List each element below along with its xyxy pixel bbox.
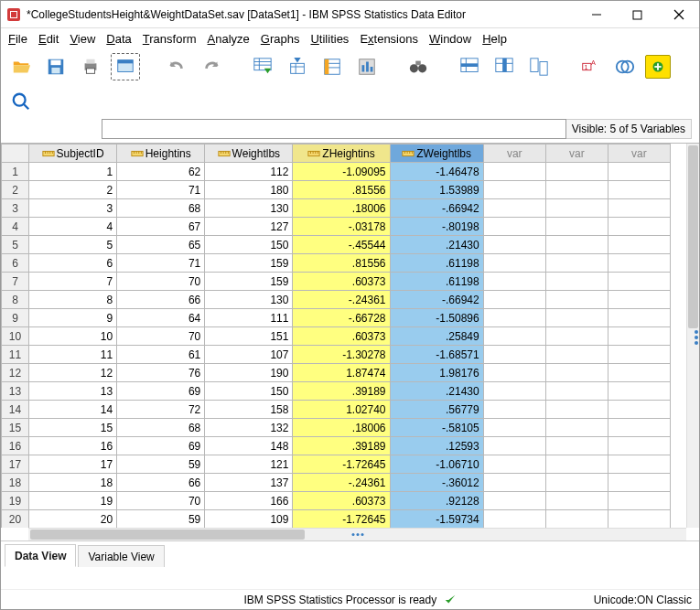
cell-empty[interactable] <box>545 346 608 364</box>
cell[interactable]: -.66942 <box>390 199 483 218</box>
cell[interactable]: 190 <box>205 364 293 382</box>
cell[interactable]: .60373 <box>293 492 390 510</box>
menu-graphs[interactable]: Graphs <box>261 32 300 46</box>
cell-empty[interactable] <box>608 474 670 492</box>
cell-empty[interactable] <box>608 309 670 327</box>
cell[interactable]: 16 <box>29 437 117 455</box>
cell-empty[interactable] <box>483 401 545 419</box>
column-header-weightlbs[interactable]: Weightlbs <box>205 144 293 163</box>
cell-empty[interactable] <box>608 291 670 309</box>
cell[interactable]: -1.72645 <box>293 510 390 529</box>
cell-empty[interactable] <box>608 510 670 529</box>
row-header[interactable]: 15 <box>2 419 29 437</box>
column-header-heightins[interactable]: Heightins <box>117 144 205 163</box>
cell-empty[interactable] <box>545 437 608 455</box>
cell[interactable]: 11 <box>29 346 117 364</box>
find-button[interactable] <box>404 53 433 80</box>
cell[interactable]: 159 <box>205 273 293 291</box>
cell-empty[interactable] <box>545 181 608 199</box>
cell[interactable]: 19 <box>29 492 117 510</box>
cell[interactable]: 15 <box>29 419 117 437</box>
cell[interactable]: .81556 <box>293 254 390 273</box>
cell-empty[interactable] <box>483 492 545 510</box>
cell[interactable]: .25849 <box>390 327 483 346</box>
cell-empty[interactable] <box>608 254 670 273</box>
row-header[interactable]: 18 <box>2 474 29 492</box>
variables-button[interactable] <box>318 53 347 80</box>
cell[interactable]: -1.68571 <box>390 346 483 364</box>
cell[interactable]: .56779 <box>390 401 483 419</box>
cell-empty[interactable] <box>545 218 608 236</box>
cell[interactable]: .18006 <box>293 419 390 437</box>
cell[interactable]: 151 <box>205 327 293 346</box>
cell[interactable]: 64 <box>117 309 205 327</box>
cell[interactable]: -.24361 <box>293 474 390 492</box>
cell[interactable]: .92128 <box>390 492 483 510</box>
row-header[interactable]: 7 <box>2 273 29 291</box>
cell-empty[interactable] <box>608 455 670 474</box>
cell-empty[interactable] <box>483 474 545 492</box>
cell-empty[interactable] <box>545 254 608 273</box>
cell[interactable]: -.80198 <box>390 218 483 236</box>
cell-empty[interactable] <box>545 364 608 382</box>
cell[interactable]: -1.30278 <box>293 346 390 364</box>
menu-extensions[interactable]: Extensions <box>360 32 418 46</box>
cell[interactable]: 14 <box>29 401 117 419</box>
menu-edit[interactable]: Edit <box>38 32 59 46</box>
cell[interactable]: .21430 <box>390 382 483 401</box>
cell-empty[interactable] <box>608 419 670 437</box>
cell[interactable]: 66 <box>117 474 205 492</box>
cell[interactable]: -1.59734 <box>390 510 483 529</box>
cell-empty[interactable] <box>483 382 545 401</box>
column-header-empty[interactable]: var <box>545 144 608 163</box>
print-button[interactable] <box>76 53 105 80</box>
cell-empty[interactable] <box>545 309 608 327</box>
search-button[interactable] <box>6 88 36 115</box>
menu-help[interactable]: Help <box>482 32 507 46</box>
cell[interactable]: 1.02740 <box>293 401 390 419</box>
menu-transform[interactable]: Transform <box>143 32 197 46</box>
cell[interactable]: 5 <box>29 236 117 254</box>
cell[interactable]: 61 <box>117 346 205 364</box>
cell[interactable]: .60373 <box>293 327 390 346</box>
cell[interactable]: 1 <box>29 163 117 181</box>
cell[interactable]: -1.72645 <box>293 455 390 474</box>
cell[interactable]: 109 <box>205 510 293 529</box>
cell[interactable]: .18006 <box>293 199 390 218</box>
cell-empty[interactable] <box>483 236 545 254</box>
cell[interactable]: 137 <box>205 474 293 492</box>
cell[interactable]: 111 <box>205 309 293 327</box>
cell-empty[interactable] <box>545 510 608 529</box>
row-header[interactable]: 9 <box>2 309 29 327</box>
undo-button[interactable] <box>162 53 191 80</box>
row-header[interactable]: 14 <box>2 401 29 419</box>
menu-data[interactable]: Data <box>106 32 131 46</box>
column-header-zweightlbs[interactable]: ZWeightlbs <box>390 144 483 163</box>
cell-empty[interactable] <box>483 455 545 474</box>
insert-variable-button[interactable] <box>490 53 519 80</box>
cell-empty[interactable] <box>483 437 545 455</box>
cell[interactable]: -1.46478 <box>390 163 483 181</box>
cell-empty[interactable] <box>483 291 545 309</box>
cell[interactable]: 71 <box>117 181 205 199</box>
cell-empty[interactable] <box>545 419 608 437</box>
row-header[interactable]: 16 <box>2 437 29 455</box>
cell[interactable]: 112 <box>205 163 293 181</box>
cell[interactable]: -.66942 <box>390 291 483 309</box>
grid-scroll-area[interactable]: SubjectIDHeightinsWeightlbsZHeightinsZWe… <box>1 144 686 528</box>
cell-empty[interactable] <box>608 163 670 181</box>
cell-empty[interactable] <box>545 382 608 401</box>
cell-empty[interactable] <box>545 291 608 309</box>
goto-case-button[interactable] <box>248 53 277 80</box>
cell[interactable]: 18 <box>29 474 117 492</box>
cell[interactable]: 76 <box>117 364 205 382</box>
row-header[interactable]: 3 <box>2 199 29 218</box>
cell[interactable]: 70 <box>117 327 205 346</box>
cell[interactable]: 70 <box>117 492 205 510</box>
cell[interactable]: 148 <box>205 437 293 455</box>
cell-empty[interactable] <box>608 364 670 382</box>
cell-empty[interactable] <box>545 492 608 510</box>
row-header[interactable]: 11 <box>2 346 29 364</box>
cell[interactable]: 62 <box>117 163 205 181</box>
recall-dialog-button[interactable] <box>111 53 140 80</box>
